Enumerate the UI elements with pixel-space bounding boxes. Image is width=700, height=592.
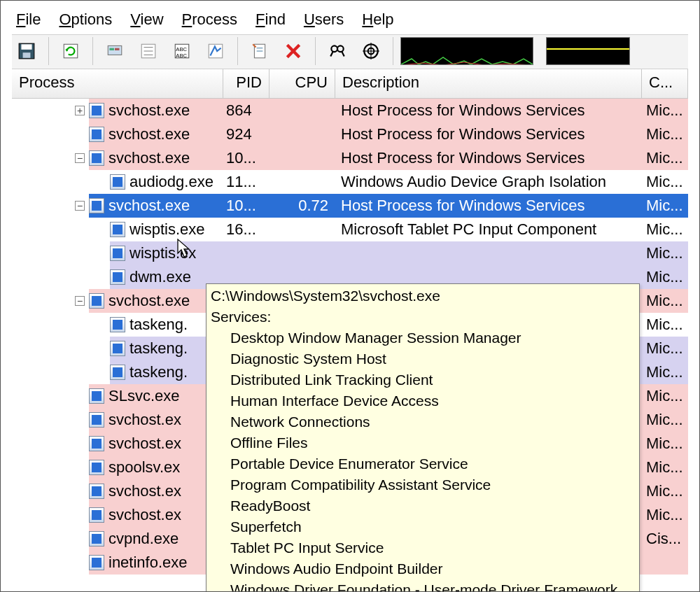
save-icon — [18, 42, 36, 60]
cell-cpu — [270, 146, 335, 170]
cell-company: Mic... — [642, 194, 688, 218]
process-name: taskeng. — [130, 337, 188, 360]
cell-pid: 864 — [223, 99, 270, 122]
process-icon — [110, 365, 125, 380]
col-header-pid[interactable]: PID — [223, 69, 270, 98]
table-row[interactable]: wisptis.exMic... — [12, 241, 688, 265]
cell-company: Mic... — [642, 384, 688, 408]
svg-rect-3 — [64, 44, 78, 58]
menu-file[interactable]: File — [16, 10, 41, 29]
system-info-icon — [106, 42, 124, 60]
process-name: inetinfo.exe — [108, 551, 188, 575]
cell-company: Mic... — [642, 503, 688, 527]
process-name: audiodg.exe — [130, 170, 214, 194]
cell-company: Mic... — [642, 360, 688, 384]
process-name: svchost.ex — [108, 408, 181, 432]
toolbar-refresh[interactable] — [56, 36, 85, 66]
toolbar-sysinfo[interactable] — [100, 36, 130, 66]
col-header-cpu[interactable]: CPU — [270, 69, 335, 98]
menu-view[interactable]: View — [130, 10, 163, 29]
tooltip-service-item: Human Interface Device Access — [211, 390, 635, 411]
table-row[interactable]: −svchost.exe10...Host Process for Window… — [12, 146, 688, 170]
menu-options[interactable]: Options — [59, 10, 112, 29]
cell-pid: 10... — [223, 146, 270, 170]
dll-icon: ABCABC — [173, 42, 191, 60]
process-icon — [89, 484, 104, 499]
menu-find[interactable]: Find — [255, 10, 286, 29]
cell-company: Mic... — [642, 241, 688, 265]
toolbar-kill[interactable] — [279, 36, 308, 66]
toolbar-find[interactable] — [323, 36, 352, 66]
toolbar-target[interactable] — [356, 36, 386, 66]
menu-bar: File Options View Process Find Users Hel… — [12, 10, 688, 34]
col-header-description[interactable]: Description — [335, 69, 642, 98]
process-name: svchost.ex — [108, 432, 181, 456]
cell-pid: 924 — [223, 122, 270, 146]
cpu-graph — [400, 37, 533, 65]
process-icon — [89, 293, 104, 309]
process-icon — [89, 507, 104, 523]
table-row[interactable]: audiodg.exe11...Windows Audio Device Gra… — [12, 170, 688, 194]
collapse-icon[interactable]: − — [75, 153, 85, 163]
svg-text:ABC: ABC — [176, 46, 187, 52]
process-name: svchost.exe — [108, 289, 190, 313]
cell-company: Mic... — [642, 99, 688, 122]
target-icon — [362, 42, 380, 60]
svg-point-18 — [331, 45, 337, 52]
cell-pid: 10... — [223, 194, 270, 218]
expand-icon[interactable]: + — [75, 106, 85, 115]
table-row[interactable]: wisptis.exe16...Microsoft Tablet PC Inpu… — [12, 218, 688, 241]
toolbar-tree[interactable] — [134, 36, 163, 66]
tooltip-service-item: Tablet PC Input Service — [211, 537, 635, 558]
toolbar-save[interactable] — [12, 36, 41, 66]
cell-company: Mic... — [642, 146, 688, 170]
table-row[interactable]: +svchost.exe864Host Process for Windows … — [12, 99, 688, 122]
svg-rect-1 — [21, 44, 31, 50]
toolbar-dll[interactable]: ABCABC — [167, 36, 197, 66]
process-icon — [110, 174, 125, 190]
process-icon — [110, 246, 125, 261]
tooltip-path: C:\Windows\System32\svchost.exe — [211, 286, 635, 306]
table-row[interactable]: svchost.exe924Host Process for Windows S… — [12, 122, 688, 146]
process-icon — [110, 269, 125, 285]
cell-description: Host Process for Windows Services — [335, 99, 642, 122]
tooltip-service-item: Network Connections — [211, 411, 635, 432]
menu-process[interactable]: Process — [182, 10, 237, 29]
cell-cpu — [270, 218, 335, 241]
cell-pid: 11... — [223, 170, 270, 194]
process-name: svchost.ex — [108, 479, 181, 503]
cell-company: Mic... — [642, 170, 688, 194]
process-name: SLsvc.exe — [108, 384, 180, 408]
toolbar-properties[interactable] — [245, 36, 274, 66]
collapse-icon[interactable]: − — [75, 201, 85, 211]
process-name: svchost.ex — [108, 503, 181, 527]
process-icon — [110, 317, 125, 332]
process-icon — [89, 103, 104, 118]
tree-icon — [139, 42, 158, 60]
menu-users[interactable]: Users — [304, 10, 344, 29]
cell-company: Mic... — [642, 432, 688, 456]
table-row[interactable]: −svchost.exe10...0.72Host Process for Wi… — [12, 194, 688, 218]
cell-description: Windows Audio Device Graph Isolation — [335, 170, 642, 194]
cell-cpu — [270, 241, 335, 265]
process-name: taskeng. — [130, 360, 188, 384]
tooltip-service-item: Offline Files — [211, 432, 635, 453]
col-header-process[interactable]: Process — [12, 69, 223, 98]
col-header-company[interactable]: C... — [642, 69, 688, 98]
process-icon — [89, 412, 104, 428]
svg-line-20 — [330, 52, 332, 57]
cell-company: Cis... — [642, 527, 688, 551]
svg-text:ABC: ABC — [176, 52, 187, 59]
process-icon — [89, 531, 104, 547]
mem-graph — [546, 37, 630, 65]
kill-icon — [284, 42, 302, 60]
cell-pid: 16... — [223, 218, 270, 241]
svg-line-21 — [342, 52, 344, 57]
toolbar-handle[interactable] — [201, 36, 230, 66]
menu-help[interactable]: Help — [362, 10, 393, 29]
cell-company: Mic... — [642, 218, 688, 241]
process-name: spoolsv.ex — [108, 456, 180, 479]
cursor-icon — [177, 239, 192, 260]
collapse-icon[interactable]: − — [75, 296, 85, 306]
tooltip-services-heading: Services: — [211, 306, 635, 327]
